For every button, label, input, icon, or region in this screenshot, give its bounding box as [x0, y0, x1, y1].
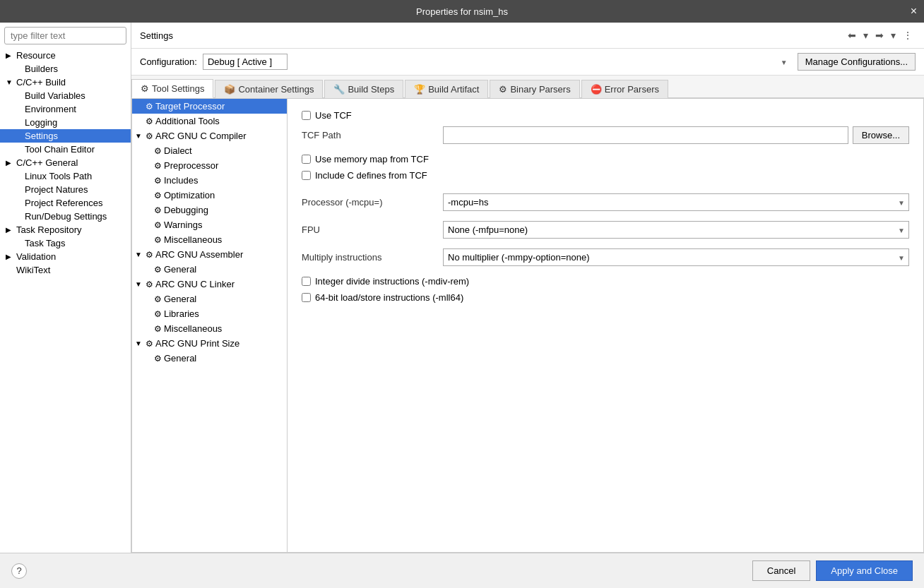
sidebar-item-settings[interactable]: Settings — [0, 129, 131, 143]
processor-dropdown-wrapper: -mcpu=hs -mcpu=arc600 -mcpu=arc700 — [443, 193, 909, 211]
sidebar-item-cpp-build[interactable]: ▼ C/C++ Build — [0, 76, 131, 89]
sidebar-item-cpp-general[interactable]: ▶ C/C++ General — [0, 156, 131, 169]
tool-tree-arc-gnu-c-compiler[interactable]: ▼ ⚙ ARC GNU C Compiler — [132, 128, 287, 143]
window-title: Properties for nsim_hs — [416, 6, 508, 17]
tool-icon: ⚙ — [154, 265, 162, 275]
sidebar-item-build-variables[interactable]: Build Variables — [0, 89, 131, 102]
tool-tree-preprocessor[interactable]: ⚙ Preprocessor — [132, 158, 287, 173]
tool-tree-debugging[interactable]: ⚙ Debugging — [132, 203, 287, 217]
tool-tree-miscellaneous-link[interactable]: ⚙ Miscellaneous — [132, 321, 287, 336]
tool-icon: ⚙ — [154, 191, 162, 200]
config-select-wrapper: Debug [ Active ] — [203, 54, 792, 70]
tab-error-parsers[interactable]: ⛔ Error Parsers — [581, 80, 668, 98]
tool-tree-arc-gnu-print-size[interactable]: ▼ ⚙ ARC GNU Print Size — [132, 336, 287, 351]
sidebar-item-tool-chain-editor[interactable]: Tool Chain Editor — [0, 143, 131, 156]
include-c-defines-checkbox[interactable] — [302, 171, 311, 180]
close-button[interactable]: × — [911, 6, 917, 17]
nav-forward-button[interactable]: ➡ — [872, 28, 887, 42]
tool-tree-libraries[interactable]: ⚙ Libraries — [132, 306, 287, 321]
tool-tree-dialect[interactable]: ⚙ Dialect — [132, 143, 287, 158]
settings-title: Settings — [140, 30, 173, 41]
use-tcf-checkbox[interactable] — [302, 111, 311, 120]
sidebar: ▶ Resource Builders ▼ C/C++ Build Build … — [0, 23, 131, 553]
load64-label: 64-bit load/store instructions (-mll64) — [315, 292, 463, 303]
manage-configurations-button[interactable]: Manage Configurations... — [798, 53, 916, 71]
tool-tree-general-asm[interactable]: ⚙ General — [132, 262, 287, 277]
tool-icon: ⚙ — [154, 205, 162, 215]
help-button[interactable]: ? — [11, 563, 27, 579]
tool-tree-general-size[interactable]: ⚙ General — [132, 351, 287, 366]
filter-input[interactable] — [4, 27, 126, 44]
sidebar-item-linux-tools-path[interactable]: Linux Tools Path — [0, 169, 131, 183]
content-area: ⚙ Target Processor ⚙ Additional Tools ▼ … — [131, 98, 924, 553]
tool-item-label: Dialect — [164, 145, 192, 156]
use-tcf-label: Use TCF — [315, 110, 352, 121]
sidebar-item-project-natures[interactable]: Project Natures — [0, 183, 131, 196]
settings-header: Settings ⬅ ▾ ➡ ▾ ⋮ — [131, 23, 924, 49]
tool-tree-general-link[interactable]: ⚙ General — [132, 292, 287, 306]
build-artifact-icon: 🏆 — [414, 84, 425, 95]
tool-tree-arc-gnu-c-linker[interactable]: ▼ ⚙ ARC GNU C Linker — [132, 277, 287, 292]
tool-tree-arc-gnu-assembler[interactable]: ▼ ⚙ ARC GNU Assembler — [132, 247, 287, 262]
sidebar-item-resource[interactable]: ▶ Resource — [0, 49, 131, 62]
tool-tree-includes[interactable]: ⚙ Includes — [132, 173, 287, 188]
sidebar-item-label: Linux Tools Path — [25, 171, 128, 181]
tool-icon: ⚙ — [146, 280, 153, 289]
sidebar-item-validation[interactable]: ▶ Validation — [0, 250, 131, 263]
sidebar-item-task-repository[interactable]: ▶ Task Repository — [0, 223, 131, 236]
sidebar-item-label: Resource — [16, 50, 128, 61]
tab-tool-settings[interactable]: ⚙ Tool Settings — [131, 79, 213, 98]
tab-build-artifact[interactable]: 🏆 Build Artifact — [405, 80, 488, 98]
tool-item-label: Target Processor — [155, 101, 225, 112]
multiply-select[interactable]: No multiplier (-mmpy-option=none) w wu — [443, 248, 909, 266]
sidebar-item-label: Settings — [25, 131, 128, 141]
tool-item-label: Includes — [164, 175, 198, 186]
use-memory-map-checkbox[interactable] — [302, 155, 311, 164]
load64-checkbox[interactable] — [302, 293, 311, 302]
sidebar-item-wikitext[interactable]: WikiText — [0, 263, 131, 277]
include-c-defines-label: Include C defines from TCF — [315, 170, 427, 181]
tab-binary-parsers[interactable]: ⚙ Binary Parsers — [490, 80, 579, 98]
integer-divide-checkbox[interactable] — [302, 277, 311, 286]
tool-tree-warnings[interactable]: ⚙ Warnings — [132, 217, 287, 232]
nav-back-button[interactable]: ⬅ — [845, 28, 859, 42]
sidebar-item-builders[interactable]: Builders — [0, 62, 131, 76]
nav-dropdown-button[interactable]: ▾ — [860, 28, 871, 42]
tab-label: Build Steps — [348, 84, 394, 95]
tool-settings-icon: ⚙ — [141, 83, 149, 94]
nav-forward-dropdown-button[interactable]: ▾ — [888, 28, 899, 42]
browse-button[interactable]: Browse... — [853, 126, 909, 144]
sidebar-item-logging[interactable]: Logging — [0, 116, 131, 129]
sidebar-item-label: Project Natures — [25, 184, 128, 195]
cancel-button[interactable]: Cancel — [752, 560, 810, 581]
tool-icon: ⚙ — [154, 161, 162, 171]
tool-tree-target-processor[interactable]: ⚙ Target Processor — [132, 99, 287, 114]
tool-tree-additional-tools[interactable]: ⚙ Additional Tools — [132, 114, 287, 128]
sidebar-item-label: Logging — [25, 117, 128, 128]
fpu-dropdown-wrapper: None (-mfpu=none) fpuda fpus — [443, 221, 909, 239]
title-bar: Properties for nsim_hs × — [0, 0, 924, 23]
expand-arrow: ▼ — [6, 78, 14, 86]
sidebar-item-task-tags[interactable]: Task Tags — [0, 236, 131, 250]
processor-row: Processor (-mcpu=) -mcpu=hs -mcpu=arc600… — [302, 193, 909, 211]
tcf-path-input[interactable] — [443, 126, 848, 144]
main-content: ▶ Resource Builders ▼ C/C++ Build Build … — [0, 23, 924, 553]
tab-build-steps[interactable]: 🔧 Build Steps — [324, 80, 403, 98]
nav-menu-button[interactable]: ⋮ — [900, 28, 916, 42]
tool-item-label: Miscellaneous — [164, 323, 222, 334]
sidebar-item-environment[interactable]: Environment — [0, 102, 131, 116]
config-select[interactable]: Debug [ Active ] — [203, 54, 288, 70]
fpu-select[interactable]: None (-mfpu=none) fpuda fpus — [443, 221, 909, 239]
tool-tree-optimization[interactable]: ⚙ Optimization — [132, 188, 287, 203]
sidebar-item-run-debug-settings[interactable]: Run/Debug Settings — [0, 210, 131, 223]
sidebar-item-label: Project References — [25, 198, 128, 208]
processor-select[interactable]: -mcpu=hs -mcpu=arc600 -mcpu=arc700 — [443, 193, 909, 211]
sidebar-item-project-references[interactable]: Project References — [0, 196, 131, 210]
load64-row: 64-bit load/store instructions (-mll64) — [302, 292, 909, 303]
tool-tree-miscellaneous-c[interactable]: ⚙ Miscellaneous — [132, 232, 287, 247]
processor-label: Processor (-mcpu=) — [302, 197, 443, 208]
include-c-defines-row: Include C defines from TCF — [302, 170, 909, 181]
apply-and-close-button[interactable]: Apply and Close — [816, 560, 913, 581]
tool-item-label: ARC GNU C Linker — [155, 279, 235, 289]
tab-container-settings[interactable]: 📦 Container Settings — [215, 80, 323, 98]
